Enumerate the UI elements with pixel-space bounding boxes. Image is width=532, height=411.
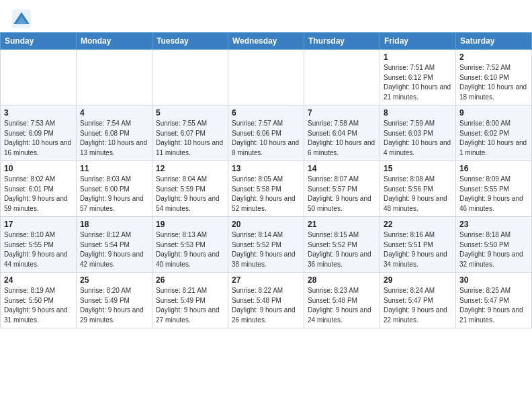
day-info: Sunrise: 8:13 AM Sunset: 5:53 PM Dayligh… [156, 230, 224, 269]
calendar-day-cell: 5Sunrise: 7:55 AM Sunset: 6:07 PM Daylig… [152, 105, 228, 161]
day-number: 5 [156, 108, 224, 118]
weekday-header-friday: Friday [380, 33, 456, 50]
calendar-day-cell: 19Sunrise: 8:13 AM Sunset: 5:53 PM Dayli… [152, 217, 228, 273]
weekday-header-sunday: Sunday [1, 33, 77, 50]
day-number: 16 [459, 164, 528, 173]
calendar-day-cell: 13Sunrise: 8:05 AM Sunset: 5:58 PM Dayli… [228, 161, 304, 217]
calendar-day-cell: 29Sunrise: 8:24 AM Sunset: 5:47 PM Dayli… [380, 273, 456, 328]
day-info: Sunrise: 8:05 AM Sunset: 5:58 PM Dayligh… [232, 175, 300, 214]
day-info: Sunrise: 8:12 AM Sunset: 5:54 PM Dayligh… [80, 230, 148, 269]
day-info: Sunrise: 8:07 AM Sunset: 5:57 PM Dayligh… [308, 175, 376, 214]
calendar-day-cell: 28Sunrise: 8:23 AM Sunset: 5:48 PM Dayli… [304, 273, 380, 328]
calendar-day-cell: 7Sunrise: 7:58 AM Sunset: 6:04 PM Daylig… [304, 105, 380, 161]
day-number: 23 [459, 220, 528, 229]
day-info: Sunrise: 8:18 AM Sunset: 5:50 PM Dayligh… [459, 230, 528, 269]
day-info: Sunrise: 7:54 AM Sunset: 6:08 PM Dayligh… [80, 119, 148, 158]
empty-cell [304, 50, 380, 105]
day-number: 9 [459, 108, 528, 118]
empty-cell [152, 50, 228, 105]
day-number: 12 [156, 164, 224, 173]
weekday-header-saturday: Saturday [456, 33, 532, 50]
day-info: Sunrise: 7:59 AM Sunset: 6:03 PM Dayligh… [384, 119, 452, 158]
calendar-week-row: 10Sunrise: 8:02 AM Sunset: 6:01 PM Dayli… [1, 161, 532, 217]
weekday-header-tuesday: Tuesday [152, 33, 228, 50]
calendar-day-cell: 24Sunrise: 8:19 AM Sunset: 5:50 PM Dayli… [1, 273, 77, 328]
calendar-day-cell: 30Sunrise: 8:25 AM Sunset: 5:47 PM Dayli… [456, 273, 532, 328]
calendar-day-cell: 11Sunrise: 8:03 AM Sunset: 6:00 PM Dayli… [77, 161, 152, 217]
day-info: Sunrise: 8:15 AM Sunset: 5:52 PM Dayligh… [308, 230, 376, 269]
day-number: 11 [80, 164, 148, 173]
day-number: 21 [308, 220, 376, 229]
day-info: Sunrise: 8:23 AM Sunset: 5:48 PM Dayligh… [308, 286, 376, 325]
day-number: 7 [308, 108, 376, 118]
day-number: 20 [232, 220, 300, 229]
calendar-day-cell: 4Sunrise: 7:54 AM Sunset: 6:08 PM Daylig… [77, 105, 152, 161]
day-number: 15 [384, 164, 452, 173]
calendar-day-cell: 10Sunrise: 8:02 AM Sunset: 6:01 PM Dayli… [1, 161, 77, 217]
calendar-day-cell: 18Sunrise: 8:12 AM Sunset: 5:54 PM Dayli… [77, 217, 152, 273]
calendar-day-cell: 16Sunrise: 8:09 AM Sunset: 5:55 PM Dayli… [456, 161, 532, 217]
calendar-day-cell: 22Sunrise: 8:16 AM Sunset: 5:51 PM Dayli… [380, 217, 456, 273]
page-header [0, 0, 532, 32]
calendar-week-row: 24Sunrise: 8:19 AM Sunset: 5:50 PM Dayli… [1, 273, 532, 328]
weekday-header-monday: Monday [77, 33, 152, 50]
calendar-week-row: 1Sunrise: 7:51 AM Sunset: 6:12 PM Daylig… [1, 50, 532, 105]
calendar-day-cell: 17Sunrise: 8:10 AM Sunset: 5:55 PM Dayli… [1, 217, 77, 273]
day-info: Sunrise: 8:20 AM Sunset: 5:49 PM Dayligh… [80, 286, 148, 325]
day-number: 1 [384, 52, 452, 62]
day-number: 17 [4, 220, 73, 229]
calendar-day-cell: 6Sunrise: 7:57 AM Sunset: 6:06 PM Daylig… [228, 105, 304, 161]
empty-cell [77, 50, 152, 105]
calendar-day-cell: 12Sunrise: 8:04 AM Sunset: 5:59 PM Dayli… [152, 161, 228, 217]
day-info: Sunrise: 8:02 AM Sunset: 6:01 PM Dayligh… [4, 175, 73, 214]
logo [12, 9, 32, 28]
day-number: 24 [4, 275, 73, 285]
day-info: Sunrise: 8:00 AM Sunset: 6:02 PM Dayligh… [459, 119, 528, 158]
calendar-week-row: 17Sunrise: 8:10 AM Sunset: 5:55 PM Dayli… [1, 217, 532, 273]
logo-icon [12, 9, 31, 28]
calendar-day-cell: 9Sunrise: 8:00 AM Sunset: 6:02 PM Daylig… [456, 105, 532, 161]
weekday-header-thursday: Thursday [304, 33, 380, 50]
day-info: Sunrise: 8:25 AM Sunset: 5:47 PM Dayligh… [459, 286, 528, 325]
day-info: Sunrise: 8:19 AM Sunset: 5:50 PM Dayligh… [4, 286, 73, 325]
day-info: Sunrise: 8:10 AM Sunset: 5:55 PM Dayligh… [4, 230, 73, 269]
calendar-day-cell: 26Sunrise: 8:21 AM Sunset: 5:49 PM Dayli… [152, 273, 228, 328]
calendar-day-cell: 14Sunrise: 8:07 AM Sunset: 5:57 PM Dayli… [304, 161, 380, 217]
day-info: Sunrise: 8:14 AM Sunset: 5:52 PM Dayligh… [232, 230, 300, 269]
day-info: Sunrise: 8:03 AM Sunset: 6:00 PM Dayligh… [80, 175, 148, 214]
day-number: 30 [459, 275, 528, 285]
empty-cell [1, 50, 77, 105]
day-info: Sunrise: 7:52 AM Sunset: 6:10 PM Dayligh… [459, 63, 528, 102]
day-info: Sunrise: 8:09 AM Sunset: 5:55 PM Dayligh… [459, 175, 528, 214]
calendar-day-cell: 2Sunrise: 7:52 AM Sunset: 6:10 PM Daylig… [456, 50, 532, 105]
day-info: Sunrise: 8:22 AM Sunset: 5:48 PM Dayligh… [232, 286, 300, 325]
calendar-day-cell: 20Sunrise: 8:14 AM Sunset: 5:52 PM Dayli… [228, 217, 304, 273]
day-number: 6 [232, 108, 300, 118]
calendar-day-cell: 8Sunrise: 7:59 AM Sunset: 6:03 PM Daylig… [380, 105, 456, 161]
day-number: 13 [232, 164, 300, 173]
day-info: Sunrise: 7:55 AM Sunset: 6:07 PM Dayligh… [156, 119, 224, 158]
day-number: 25 [80, 275, 148, 285]
day-number: 10 [4, 164, 73, 173]
day-info: Sunrise: 8:24 AM Sunset: 5:47 PM Dayligh… [384, 286, 452, 325]
calendar-day-cell: 15Sunrise: 8:08 AM Sunset: 5:56 PM Dayli… [380, 161, 456, 217]
day-info: Sunrise: 7:58 AM Sunset: 6:04 PM Dayligh… [308, 119, 376, 158]
day-info: Sunrise: 7:51 AM Sunset: 6:12 PM Dayligh… [384, 63, 452, 102]
day-number: 8 [384, 108, 452, 118]
calendar-day-cell: 27Sunrise: 8:22 AM Sunset: 5:48 PM Dayli… [228, 273, 304, 328]
calendar-day-cell: 1Sunrise: 7:51 AM Sunset: 6:12 PM Daylig… [380, 50, 456, 105]
day-number: 18 [80, 220, 148, 229]
empty-cell [228, 50, 304, 105]
day-number: 3 [4, 108, 73, 118]
day-number: 28 [308, 275, 376, 285]
day-info: Sunrise: 7:53 AM Sunset: 6:09 PM Dayligh… [4, 119, 73, 158]
calendar-day-cell: 25Sunrise: 8:20 AM Sunset: 5:49 PM Dayli… [77, 273, 152, 328]
day-info: Sunrise: 8:16 AM Sunset: 5:51 PM Dayligh… [384, 230, 452, 269]
day-info: Sunrise: 8:21 AM Sunset: 5:49 PM Dayligh… [156, 286, 224, 325]
calendar-day-cell: 23Sunrise: 8:18 AM Sunset: 5:50 PM Dayli… [456, 217, 532, 273]
day-number: 2 [459, 52, 528, 62]
day-info: Sunrise: 8:04 AM Sunset: 5:59 PM Dayligh… [156, 175, 224, 214]
day-number: 29 [384, 275, 452, 285]
day-number: 4 [80, 108, 148, 118]
weekday-header-row: SundayMondayTuesdayWednesdayThursdayFrid… [1, 33, 532, 50]
